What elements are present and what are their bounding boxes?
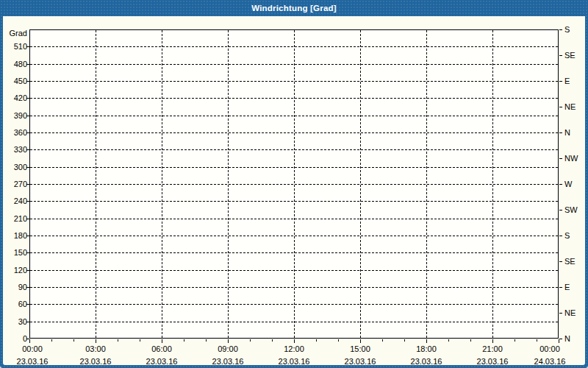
chart-window: Windrichtung [Grad] Grad5104804504203903… <box>0 0 588 368</box>
y-left-tick-label: 150 <box>0 248 27 257</box>
x-tick-minor <box>272 339 273 342</box>
y-right-tick-label: E <box>564 77 570 85</box>
x-tick-time-label: 15:00 <box>327 344 393 353</box>
x-tick-minor <box>118 339 118 342</box>
x-tick-minor <box>184 339 184 342</box>
x-tick-date-label: 23.03.16 <box>327 357 393 366</box>
y-left-tick-label: 360 <box>0 128 27 137</box>
y-right-tick-label: NE <box>564 102 576 111</box>
y-right-tick-label: E <box>564 283 570 291</box>
y-right-tick-label: SW <box>564 205 578 214</box>
y-right-tick-label: NE <box>564 308 576 317</box>
y-right-tick <box>559 236 562 236</box>
x-tick-minor <box>51 339 52 342</box>
x-tick-major <box>228 339 229 343</box>
x-tick-date-label: 23.03.16 <box>0 357 65 366</box>
y-left-tick-label: 270 <box>0 180 27 188</box>
y-right-tick-label: N <box>564 334 570 343</box>
x-tick-minor <box>404 339 405 342</box>
x-tick-date-label: 23.03.16 <box>62 357 129 366</box>
y-right-tick <box>559 107 562 107</box>
y-right-tick <box>559 132 562 133</box>
x-tick-major <box>360 339 361 343</box>
x-tick-minor <box>74 339 74 342</box>
x-tick-date-label: 24.03.16 <box>517 357 583 366</box>
y-left-tick-label: 30 <box>0 317 27 326</box>
chart-canvas: Grad510480450420390360330300270240210180… <box>0 0 588 368</box>
x-tick-time-label: 12:00 <box>261 344 327 353</box>
x-tick-minor <box>250 339 251 342</box>
y-left-tick-label: 420 <box>0 93 27 102</box>
y-right-tick <box>559 261 562 262</box>
y-left-tick-label: 240 <box>0 197 27 205</box>
x-tick-major <box>96 339 96 343</box>
x-tick-time-label: 21:00 <box>459 344 526 353</box>
x-tick-minor <box>514 339 515 342</box>
x-tick-date-label: 23.03.16 <box>393 357 459 366</box>
v-gridline <box>426 30 427 338</box>
x-tick-date-label: 23.03.16 <box>129 357 195 366</box>
y-right-tick <box>559 210 562 210</box>
y-right-tick <box>559 184 562 185</box>
y-right-tick <box>559 313 562 314</box>
y-right-tick <box>559 29 562 30</box>
x-tick-time-label: 09:00 <box>195 344 261 353</box>
x-tick-minor <box>382 339 383 342</box>
v-gridline <box>492 30 493 338</box>
y-left-tick-label: 0 <box>0 334 27 343</box>
y-right-tick <box>559 158 562 159</box>
y-right-tick-label: NW <box>564 154 578 163</box>
y-right-tick-label: S <box>564 25 570 34</box>
x-tick-minor <box>448 339 449 342</box>
x-tick-time-label: 00:00 <box>517 344 583 353</box>
x-tick-minor <box>338 339 339 342</box>
y-right-tick <box>559 81 562 82</box>
y-left-tick-label: 300 <box>0 163 27 171</box>
x-tick-date-label: 23.03.16 <box>195 357 261 366</box>
x-tick-time-label: 03:00 <box>62 344 129 353</box>
x-tick-major <box>492 339 493 343</box>
y-right-tick <box>559 287 562 288</box>
x-tick-minor <box>316 339 317 342</box>
y-right-tick-label: N <box>564 128 570 137</box>
x-tick-minor <box>140 339 140 342</box>
v-gridline <box>162 30 162 338</box>
y-right-tick-label: S <box>564 231 570 240</box>
x-tick-major <box>29 339 30 343</box>
y-left-tick-label: 90 <box>0 283 27 291</box>
y-left-tick-label: 330 <box>0 145 27 154</box>
x-tick-minor <box>206 339 207 342</box>
x-tick-major <box>426 339 427 343</box>
y-left-tick-label: 180 <box>0 231 27 240</box>
y-right-tick <box>559 339 562 339</box>
y-left-tick-label: 120 <box>0 266 27 275</box>
x-tick-major <box>294 339 295 343</box>
y-left-tick-label: 450 <box>0 77 27 85</box>
y-right-tick-label: W <box>564 180 572 188</box>
x-tick-minor <box>470 339 471 342</box>
v-gridline <box>294 30 295 338</box>
x-tick-minor <box>537 339 537 342</box>
y-axis-unit-label: Grad <box>0 29 27 38</box>
x-tick-date-label: 23.03.16 <box>459 357 526 366</box>
x-tick-major <box>162 339 162 343</box>
y-left-tick-label: 510 <box>0 42 27 51</box>
v-gridline <box>228 30 229 338</box>
v-gridline <box>96 30 96 338</box>
y-left-tick-label: 210 <box>0 214 27 223</box>
x-tick-time-label: 00:00 <box>0 344 65 353</box>
y-right-tick-label: SE <box>564 257 576 266</box>
x-tick-major <box>559 339 559 343</box>
x-tick-time-label: 06:00 <box>129 344 195 353</box>
y-left-tick-label: 390 <box>0 111 27 120</box>
y-right-tick-label: SE <box>564 51 576 60</box>
y-right-tick <box>559 55 562 56</box>
x-tick-date-label: 23.03.16 <box>261 357 327 366</box>
y-left-tick-label: 480 <box>0 60 27 68</box>
v-gridline <box>360 30 361 338</box>
x-tick-time-label: 18:00 <box>393 344 459 353</box>
y-left-tick-label: 60 <box>0 300 27 308</box>
